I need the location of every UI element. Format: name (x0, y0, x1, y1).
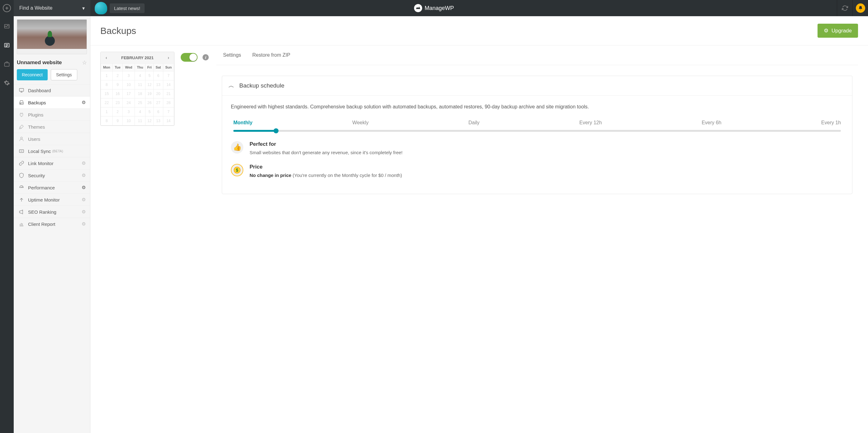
calendar-cell[interactable]: 15 (101, 89, 113, 98)
calendar-cell[interactable]: 21 (163, 89, 174, 98)
gear-icon[interactable]: ⚙ (82, 197, 86, 203)
tab-settings[interactable]: Settings (222, 50, 242, 60)
calendar-cell[interactable]: 20 (154, 89, 163, 98)
calendar-cell[interactable]: 25 (134, 98, 145, 107)
menu-item-link-monitor[interactable]: Link Monitor⚙ (14, 157, 90, 169)
gear-icon[interactable]: ⚙ (82, 160, 86, 166)
news-button[interactable]: Latest news! (110, 3, 145, 13)
calendar-cell[interactable]: 11 (134, 117, 145, 126)
calendar-cell[interactable]: 8 (101, 117, 113, 126)
upgrade-button[interactable]: ⚙ Upgrade (817, 24, 858, 38)
calendar-cell[interactable]: 27 (154, 98, 163, 107)
calendar-cell[interactable]: 9 (113, 117, 123, 126)
calendar-cell[interactable]: 14 (163, 117, 174, 126)
frequency-option[interactable]: Every 1h (821, 120, 841, 126)
gear-icon[interactable]: ⚙ (82, 185, 86, 190)
calendar-prev-button[interactable]: ‹ (104, 55, 109, 61)
calendar-cell[interactable]: 12 (146, 81, 154, 89)
frequency-option[interactable]: Daily (469, 120, 480, 126)
calendar-cell[interactable]: 17 (123, 89, 134, 98)
refresh-button[interactable] (837, 0, 852, 16)
gear-icon[interactable]: ⚙ (82, 100, 86, 105)
calendar-cell[interactable]: 3 (123, 71, 134, 81)
calendar-cell[interactable]: 7 (163, 71, 174, 81)
find-website-dropdown[interactable]: Find a Website ▾ (14, 0, 90, 16)
calendar-cell[interactable]: 2 (113, 71, 123, 81)
frequency-option[interactable]: Monthly (234, 120, 252, 126)
calendar-cell[interactable]: 12 (146, 117, 154, 126)
reconnect-button[interactable]: Reconnect (17, 69, 48, 81)
menu-item-uptime-monitor[interactable]: Uptime Monitor⚙ (14, 193, 90, 206)
topbar: + Find a Website ▾ Latest news! ManageWP (0, 0, 868, 16)
rail-item-overview[interactable] (0, 21, 14, 32)
menu-item-local-sync[interactable]: Local Sync(BETA) (14, 145, 90, 157)
schedule-description: Engineered with highest standards. Compr… (231, 103, 843, 111)
calendar-cell[interactable]: 18 (134, 89, 145, 98)
calendar-cell[interactable]: 16 (113, 89, 123, 98)
calendar-next-button[interactable]: › (166, 55, 171, 61)
menu-item-seo-ranking[interactable]: SEO Ranking⚙ (14, 206, 90, 218)
gear-icon[interactable]: ⚙ (82, 221, 86, 227)
calendar-cell[interactable]: 1 (101, 71, 113, 81)
rail-item-settings[interactable] (0, 77, 14, 89)
perfect-for-title: Perfect for (250, 141, 403, 147)
tab-restore-zip[interactable]: Restore from ZIP (251, 50, 291, 60)
calendar-cell[interactable]: 24 (123, 98, 134, 107)
calendar-cell[interactable]: 22 (101, 98, 113, 107)
calendar-cell[interactable]: 6 (154, 71, 163, 81)
rail-item-websites[interactable] (0, 40, 14, 51)
calendar-cell[interactable]: 10 (123, 117, 134, 126)
calendar-cell[interactable]: 5 (146, 71, 154, 81)
calendar-cell[interactable]: 23 (113, 98, 123, 107)
calendar-cell[interactable]: 26 (146, 98, 154, 107)
site-thumbnail[interactable] (17, 19, 87, 54)
calendar-cell[interactable]: 6 (154, 107, 163, 117)
calendar-cell[interactable]: 9 (113, 81, 123, 89)
frequency-slider[interactable] (234, 130, 841, 132)
calendar-cell[interactable]: 4 (134, 107, 145, 117)
svg-point-6 (21, 137, 23, 139)
calendar-cell[interactable]: 4 (134, 71, 145, 81)
menu-item-dashboard[interactable]: Dashboard (14, 84, 90, 96)
gear-icon[interactable]: ⚙ (82, 173, 86, 178)
frequency-option[interactable]: Weekly (352, 120, 369, 126)
favorite-button[interactable]: ☆ (82, 59, 87, 66)
site-settings-button[interactable]: Settings (51, 69, 77, 81)
websites-icon (4, 42, 10, 49)
menu-item-client-report[interactable]: Client Report⚙ (14, 218, 90, 230)
menu-item-backups[interactable]: Backups⚙ (14, 96, 90, 109)
frequency-option[interactable]: Every 6h (702, 120, 721, 126)
panel-header-toggle[interactable]: ︿ Backup schedule (222, 76, 852, 96)
rail-item-clients[interactable] (0, 59, 14, 70)
calendar-cell[interactable]: 13 (154, 81, 163, 89)
calendar-cell[interactable]: 13 (154, 117, 163, 126)
menu-item-users[interactable]: Users (14, 133, 90, 145)
calendar-cell[interactable]: 11 (134, 81, 145, 89)
calendar-cell[interactable]: 2 (113, 107, 123, 117)
menu-item-performance[interactable]: Performance⚙ (14, 181, 90, 193)
calendar-cell[interactable]: 3 (123, 107, 134, 117)
calendar-cell[interactable]: 28 (163, 98, 174, 107)
frequency-option[interactable]: Every 12h (580, 120, 602, 126)
calendar-cell[interactable]: 8 (101, 81, 113, 89)
calendar-cell[interactable]: 10 (123, 81, 134, 89)
thumbs-up-icon: 👍 (231, 141, 243, 154)
app-logo: ManageWP (414, 4, 454, 12)
calendar-cell[interactable]: 19 (146, 89, 154, 98)
menu-item-security[interactable]: Security⚙ (14, 169, 90, 181)
calendar-cell[interactable]: 5 (146, 107, 154, 117)
svg-text:$: $ (236, 167, 238, 173)
menu-item-plugins[interactable]: Plugins (14, 109, 90, 121)
menu-item-themes[interactable]: Themes (14, 121, 90, 133)
notifications-button[interactable] (852, 0, 868, 16)
calendar-day-header: Thu (134, 64, 145, 71)
drive-icon (18, 100, 25, 105)
calendar-cell[interactable]: 14 (163, 81, 174, 89)
calendar-day-header: Sun (163, 64, 174, 71)
calendar-cell[interactable]: 1 (101, 107, 113, 117)
info-button[interactable]: i (203, 54, 209, 60)
backup-toggle[interactable] (181, 53, 197, 62)
calendar-cell[interactable]: 7 (163, 107, 174, 117)
gear-icon[interactable]: ⚙ (82, 209, 86, 215)
add-site-button[interactable]: + (0, 0, 14, 16)
